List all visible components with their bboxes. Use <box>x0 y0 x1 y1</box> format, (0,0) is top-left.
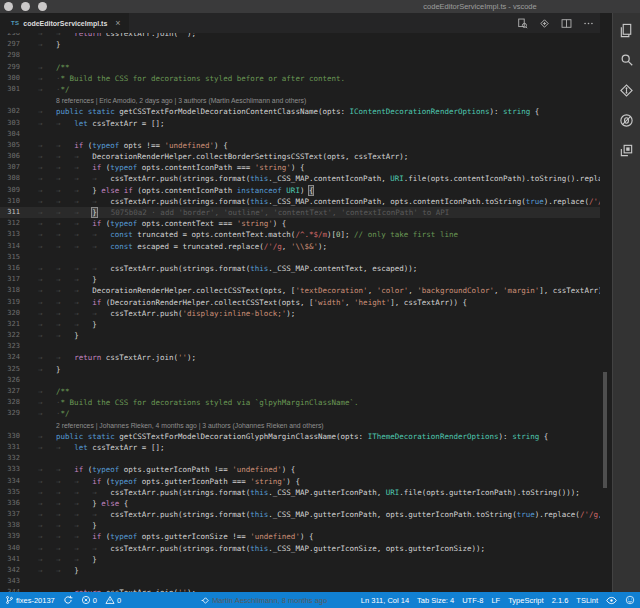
line-number[interactable]: 313 <box>0 229 30 240</box>
line-number[interactable]: 338 <box>0 520 30 531</box>
code-line[interactable]: 332 <box>0 453 600 464</box>
code-line[interactable]: 338→ → → } <box>0 520 600 531</box>
line-number[interactable]: 300 <box>0 73 30 84</box>
line-number[interactable]: 342 <box>0 565 30 576</box>
code-line[interactable]: 312→ → → if (typeof opts.contentText ===… <box>0 218 600 229</box>
activity-search[interactable] <box>613 45 640 75</box>
code-line[interactable]: 314→ → → → const escaped = truncated.rep… <box>0 241 600 252</box>
code-line[interactable]: 306→ → → DecorationRenderHelper.collectB… <box>0 151 600 162</box>
zoom-window-button[interactable] <box>38 2 47 11</box>
code-line[interactable]: 343 <box>0 576 600 587</box>
status-item-eye-icon[interactable] <box>606 596 617 605</box>
line-number[interactable]: 330 <box>0 431 30 442</box>
code-line[interactable]: 298 <box>0 50 600 61</box>
line-number[interactable]: 305 <box>0 140 30 151</box>
code-lens-text[interactable]: 2 references | Johannes Rieken, 4 months… <box>38 422 324 429</box>
activity-files[interactable] <box>613 15 640 45</box>
status-item-sync-icon[interactable] <box>63 595 73 605</box>
status-item-smiley-icon[interactable] <box>625 595 635 605</box>
code-line[interactable]: 319→ → → if (DecorationRenderHelper.coll… <box>0 297 600 308</box>
line-number[interactable]: 297 <box>0 39 30 50</box>
code-line[interactable]: 331→ → let cssTextArr = []; <box>0 442 600 453</box>
code-line[interactable]: 327→ /** <box>0 386 600 397</box>
code-line[interactable]: 309→ → → } else if (opts.contentIconPath… <box>0 185 600 196</box>
line-number[interactable]: 322 <box>0 330 30 341</box>
code-line[interactable]: 315 <box>0 252 600 263</box>
code-line[interactable]: 328→ ·* Build the CSS for decorations st… <box>0 397 600 408</box>
code-line[interactable]: 307→ → → if (typeof opts.contentIconPath… <box>0 162 600 173</box>
tab-codeeditorserviceimpl[interactable]: TS codeEditorServiceImpl.ts × <box>0 13 129 33</box>
status-item-0[interactable]: 0 <box>81 595 97 605</box>
code-line[interactable]: 310→ → → → cssTextArr.push(strings.forma… <box>0 196 600 207</box>
line-number[interactable]: 333 <box>0 464 30 475</box>
code-line[interactable]: 337→ → → → cssTextArr.push(strings.forma… <box>0 509 600 520</box>
code-line[interactable]: 326 <box>0 375 600 386</box>
line-number[interactable] <box>0 420 30 431</box>
code-line[interactable]: 340→ → → → cssTextArr.push(strings.forma… <box>0 543 600 554</box>
code-line[interactable]: 317→ → → } <box>0 274 600 285</box>
line-number[interactable]: 311 <box>0 207 30 218</box>
code-line[interactable]: 339→ → → if (typeof opts.gutterIconSize … <box>0 531 600 542</box>
status-item-ln-311-col-14[interactable]: Ln 311, Col 14 <box>361 596 409 605</box>
line-number[interactable]: 335 <box>0 487 30 498</box>
close-window-button[interactable] <box>4 2 13 11</box>
code-lens-row[interactable]: 8 references | Eric Amodio, 2 days ago |… <box>0 95 600 106</box>
status-item-lf[interactable]: LF <box>491 596 500 605</box>
code-line[interactable]: 311→ → → }5075b0a2 · add 'border', 'outl… <box>0 207 600 218</box>
line-number[interactable]: 327 <box>0 386 30 397</box>
line-number[interactable]: 320 <box>0 308 30 319</box>
line-number[interactable]: 317 <box>0 274 30 285</box>
line-number[interactable]: 334 <box>0 476 30 487</box>
line-number[interactable]: 319 <box>0 297 30 308</box>
line-number[interactable]: 316 <box>0 263 30 274</box>
code-line[interactable]: 297→ } <box>0 39 600 50</box>
line-number[interactable]: 331 <box>0 442 30 453</box>
line-number[interactable]: 339 <box>0 531 30 542</box>
code-line[interactable]: 302→ public static getCSSTextForModelDec… <box>0 106 600 117</box>
code-line[interactable]: 330→ public static getCSSTextForModelDec… <box>0 431 600 442</box>
line-number[interactable]: 326 <box>0 375 30 386</box>
code-line[interactable]: 325→ } <box>0 364 600 375</box>
line-number[interactable]: 304 <box>0 129 30 140</box>
code-line[interactable]: 308→ → → → cssTextArr.push(strings.forma… <box>0 173 600 184</box>
activity-source-control[interactable] <box>613 75 640 105</box>
code-line[interactable]: 300→ ·* Build the CSS for decorations st… <box>0 73 600 84</box>
line-number[interactable]: 315 <box>0 252 30 263</box>
code-line[interactable]: 335→ → → → cssTextArr.push(strings.forma… <box>0 487 600 498</box>
status-item-utf-8[interactable]: UTF-8 <box>462 596 483 605</box>
line-number[interactable]: 321 <box>0 319 30 330</box>
line-number[interactable]: 332 <box>0 453 30 464</box>
code-lens-text[interactable]: 8 references | Eric Amodio, 2 days ago |… <box>38 97 306 104</box>
activity-debug[interactable] <box>613 105 640 135</box>
line-number[interactable]: 308 <box>0 173 30 184</box>
code-line[interactable]: 321→ → → } <box>0 319 600 330</box>
split-editor-button[interactable] <box>561 18 572 29</box>
line-number[interactable]: 340 <box>0 543 30 554</box>
line-number[interactable]: 318 <box>0 285 30 296</box>
status-item-2-1-6[interactable]: 2.1.6 <box>552 596 569 605</box>
line-number[interactable]: 307 <box>0 162 30 173</box>
code-line[interactable]: 299→ /** <box>0 62 600 73</box>
line-number[interactable]: 325 <box>0 364 30 375</box>
code-line[interactable]: 333→ → if (typeof opts.gutterIconPath !=… <box>0 464 600 475</box>
code-line[interactable]: 305→ → if (typeof opts !== 'undefined') … <box>0 140 600 151</box>
code-line[interactable]: 323 <box>0 341 600 352</box>
code-line[interactable]: 334→ → → if (typeof opts.gutterIconPath … <box>0 476 600 487</box>
code-line[interactable]: 316→ → → → cssTextArr.push(strings.forma… <box>0 263 600 274</box>
code-line[interactable]: 313→ → → → const truncated = opts.conten… <box>0 229 600 240</box>
code-editor[interactable]: 296→ → return cssTextArr.join('');297→ }… <box>0 33 600 592</box>
line-number[interactable]: 303 <box>0 118 30 129</box>
close-tab-icon[interactable]: × <box>115 19 120 28</box>
minimize-window-button[interactable] <box>21 2 30 11</box>
code-line[interactable]: 322→ → } <box>0 330 600 341</box>
code-line[interactable]: 341→ → → } <box>0 554 600 565</box>
status-item-martin-aeschlimann-8-months-ago[interactable]: Martin Aeschlimann, 8 months ago <box>201 596 327 605</box>
status-item-tab-size-4[interactable]: Tab Size: 4 <box>417 596 454 605</box>
line-number[interactable]: 328 <box>0 397 30 408</box>
line-number[interactable]: 306 <box>0 151 30 162</box>
code-line[interactable]: 303→ → let cssTextArr = []; <box>0 118 600 129</box>
status-item-tslint[interactable]: TSLint <box>576 596 598 605</box>
line-number[interactable]: 309 <box>0 185 30 196</box>
code-line[interactable]: 329→ ·*/ <box>0 408 600 419</box>
activity-extensions[interactable] <box>613 135 640 165</box>
